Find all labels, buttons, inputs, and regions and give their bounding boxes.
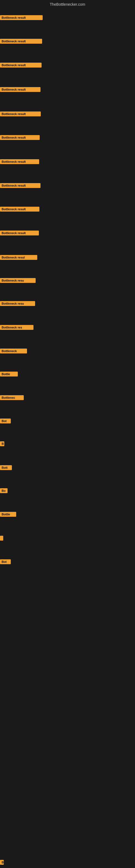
badge-14: Bottleneck res: [0, 325, 34, 331]
bottleneck-badge-14: Bottleneck res: [0, 325, 34, 330]
badge-8: Bottleneck result: [0, 183, 41, 189]
bottleneck-badge-18: Bot: [0, 418, 11, 424]
badge-25: B: [0, 860, 4, 866]
bottleneck-badge-16: Bottle: [0, 372, 18, 376]
bottleneck-badge-24: Bot: [0, 559, 11, 564]
bottleneck-badge-15: Bottleneck: [0, 348, 27, 353]
badge-1: Bottleneck result: [0, 15, 43, 21]
badge-7: Bottleneck result: [0, 159, 39, 165]
bottleneck-badge-6: Bottleneck result: [0, 135, 40, 140]
badge-22: Bottle: [0, 512, 16, 518]
badge-16: Bottle: [0, 372, 18, 378]
site-title: TheBottlenecker.com: [0, 0, 135, 9]
bottleneck-badge-5: Bottleneck result: [0, 112, 41, 116]
badge-21: Bo: [0, 488, 8, 494]
bottleneck-badge-3: Bottleneck result: [0, 63, 42, 67]
badge-empty: [0, 536, 3, 542]
bottleneck-badge-11: Bottleneck resul: [0, 255, 37, 260]
badge-18: Bot: [0, 418, 11, 425]
badge-13: Bottleneck resu: [0, 301, 35, 307]
bottleneck-badge-25: B: [0, 860, 4, 865]
badge-19: B: [0, 441, 4, 447]
bottleneck-badge-20: Bott: [0, 465, 12, 470]
bottleneck-badge-10: Bottleneck result: [0, 230, 39, 236]
bottleneck-badge-13: Bottleneck resu: [0, 301, 35, 306]
badge-15: Bottleneck: [0, 348, 27, 354]
badge-4: Bottleneck result: [0, 87, 41, 93]
bottleneck-badge-12: Bottleneck resu: [0, 278, 36, 283]
bottleneck-badge-21: Bo: [0, 488, 8, 493]
bottleneck-badge-1: Bottleneck result: [0, 15, 43, 20]
bottleneck-badge-8: Bottleneck result: [0, 183, 41, 188]
badge-6: Bottleneck result: [0, 135, 40, 141]
badge-5: Bottleneck result: [0, 112, 41, 118]
bottleneck-badge-empty: [0, 536, 3, 540]
bottleneck-badge-17: Bottlenec: [0, 395, 24, 400]
badge-12: Bottleneck resu: [0, 278, 36, 284]
badge-17: Bottlenec: [0, 395, 24, 401]
bottleneck-badge-7: Bottleneck result: [0, 159, 39, 164]
bottleneck-badge-9: Bottleneck result: [0, 207, 39, 212]
bottleneck-badge-19: B: [0, 441, 4, 446]
badge-10: Bottleneck result: [0, 230, 39, 237]
badge-11: Bottleneck resul: [0, 255, 37, 261]
badge-20: Bott: [0, 465, 12, 471]
badge-24: Bot: [0, 559, 11, 565]
bottleneck-badge-22: Bottle: [0, 512, 16, 517]
bottleneck-badge-2: Bottleneck result: [0, 39, 42, 44]
badge-3: Bottleneck result: [0, 63, 42, 69]
badge-9: Bottleneck result: [0, 207, 39, 213]
bottleneck-badge-4: Bottleneck result: [0, 87, 41, 92]
badge-2: Bottleneck result: [0, 39, 42, 45]
